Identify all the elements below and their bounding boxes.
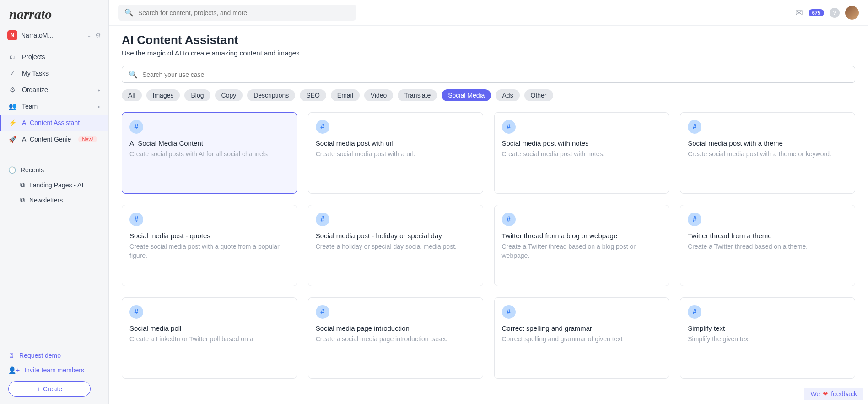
hash-icon: #	[316, 305, 329, 319]
category-pill-email[interactable]: Email	[331, 89, 360, 101]
card-description: Create a LinkedIn or Twitter poll based …	[129, 335, 289, 344]
invite-team-link[interactable]: 👤+ Invite team members	[8, 363, 100, 377]
search-input[interactable]	[138, 9, 350, 16]
usecase-card[interactable]: #Social media page introductionCreate a …	[308, 297, 483, 379]
gear-icon[interactable]: ⚙	[95, 32, 101, 39]
card-title: Social media post with url	[316, 139, 475, 147]
rocket-icon: 🚀	[8, 136, 16, 143]
usecase-search[interactable]: 🔍	[122, 66, 855, 83]
category-pill-ads[interactable]: Ads	[496, 89, 519, 101]
nav-section: 🗂 Projects ✓ My Tasks ⚙ Organize ▸ 👥 Tea…	[0, 45, 108, 151]
card-title: Twitter thread from a blog or webpage	[502, 232, 662, 240]
usecase-card[interactable]: #Social media pollCreate a LinkedIn or T…	[122, 297, 297, 379]
workspace-selector[interactable]: N NarratoM... ⌄ ⚙	[0, 26, 108, 45]
usecase-card[interactable]: #Social media post - holiday or special …	[308, 205, 483, 286]
sidebar-item-ai-content-genie[interactable]: 🚀 AI Content Genie New!	[0, 131, 108, 147]
create-button[interactable]: + Create	[8, 381, 91, 397]
hash-icon: #	[129, 213, 143, 226]
team-icon: 👥	[8, 103, 16, 110]
logo-text: narrato	[9, 6, 52, 22]
logo: narrato	[0, 0, 108, 26]
usecase-card[interactable]: #Correct spelling and grammarCorrect spe…	[494, 297, 669, 379]
bolt-icon: ⚡	[8, 119, 16, 126]
feedback-we: We	[810, 390, 820, 398]
monitor-icon: 🖥	[8, 352, 15, 359]
card-description: Create social media post with notes.	[502, 150, 662, 159]
hash-icon: #	[502, 305, 516, 319]
card-description: Create a Twitter thread based on a theme…	[688, 242, 847, 251]
category-pill-seo[interactable]: SEO	[300, 89, 326, 101]
nav-label: My Tasks	[22, 70, 49, 77]
sidebar-item-my-tasks[interactable]: ✓ My Tasks	[0, 65, 108, 82]
plus-icon: +	[37, 385, 40, 393]
sidebar-item-ai-content-assistant[interactable]: ⚡ AI Content Assistant	[0, 115, 108, 131]
usecase-card[interactable]: #Social media post - quotesCreate social…	[122, 205, 297, 286]
card-title: Social media page introduction	[316, 324, 475, 332]
category-pill-video[interactable]: Video	[364, 89, 394, 101]
hash-icon: #	[129, 120, 143, 134]
chevron-right-icon: ▸	[98, 87, 100, 93]
workspace-badge: N	[7, 30, 17, 40]
main: 🔍 ✉ 675 ? AI Content Assistant Use the m…	[109, 0, 868, 404]
sidebar: narrato N NarratoM... ⌄ ⚙ 🗂 Projects ✓ M…	[0, 0, 109, 404]
usecase-card[interactable]: #Social media post with a themeCreate so…	[680, 112, 855, 194]
cube-icon: ⧉	[20, 196, 25, 204]
recents-header: 🕘 Recents	[0, 163, 108, 177]
card-description: Create a holiday or special day social m…	[316, 242, 475, 251]
category-pill-social-media[interactable]: Social Media	[442, 89, 491, 101]
category-pill-translate[interactable]: Translate	[398, 89, 437, 101]
topbar: 🔍 ✉ 675 ?	[109, 0, 868, 26]
user-plus-icon: 👤+	[8, 366, 20, 374]
feedback-text: feedback	[831, 390, 857, 398]
card-title: AI Social Media Content	[129, 139, 289, 147]
hash-icon: #	[688, 120, 701, 134]
category-pill-images[interactable]: Images	[146, 89, 180, 101]
page-subtitle: Use the magic of AI to create amazing co…	[122, 49, 855, 57]
mail-icon[interactable]: ✉	[795, 7, 803, 18]
usecase-input[interactable]	[142, 71, 848, 78]
sidebar-item-projects[interactable]: 🗂 Projects	[0, 49, 108, 65]
category-filters: AllImagesBlogCopyDescriptionsSEOEmailVid…	[122, 89, 855, 101]
help-icon[interactable]: ?	[830, 8, 840, 18]
card-title: Correct spelling and grammar	[502, 324, 662, 332]
chevron-right-icon: ▸	[98, 104, 100, 109]
card-title: Social media poll	[129, 324, 289, 332]
topbar-right: ✉ 675 ?	[795, 6, 859, 20]
global-search[interactable]: 🔍	[118, 5, 356, 21]
sidebar-item-organize[interactable]: ⚙ Organize ▸	[0, 82, 108, 98]
divider	[0, 154, 108, 154]
clock-icon: 🕘	[8, 166, 16, 174]
hash-icon: #	[316, 213, 329, 226]
recent-label: Newsletters	[29, 197, 63, 204]
request-demo-link[interactable]: 🖥 Request demo	[8, 348, 100, 363]
page-title: AI Content Assistant	[122, 33, 855, 47]
feedback-button[interactable]: We ❤ feedback	[804, 388, 863, 400]
usecase-card[interactable]: #AI Social Media ContentCreate social po…	[122, 112, 297, 194]
category-pill-other[interactable]: Other	[524, 89, 553, 101]
usecase-card[interactable]: #Simplify textSimplify the given text	[680, 297, 855, 379]
hash-icon: #	[688, 213, 701, 226]
recent-label: Landing Pages - AI	[29, 181, 83, 189]
card-title: Simplify text	[688, 324, 847, 332]
sidebar-item-team[interactable]: 👥 Team ▸	[0, 98, 108, 115]
chevron-down-icon[interactable]: ⌄	[87, 32, 92, 38]
usecase-card[interactable]: #Twitter thread from a blog or webpageCr…	[494, 205, 669, 286]
category-pill-all[interactable]: All	[122, 89, 142, 101]
category-pill-descriptions[interactable]: Descriptions	[247, 89, 295, 101]
usecase-card[interactable]: #Social media post with notesCreate soci…	[494, 112, 669, 194]
recents-label: Recents	[21, 166, 44, 174]
hash-icon: #	[688, 305, 701, 319]
avatar[interactable]	[845, 6, 859, 20]
heart-icon: ❤	[823, 390, 828, 398]
usecase-card[interactable]: #Social media post with urlCreate social…	[308, 112, 483, 194]
nav-label: Team	[22, 103, 38, 110]
recent-item[interactable]: ⧉ Landing Pages - AI	[0, 177, 108, 192]
folder-icon: 🗂	[8, 53, 16, 60]
usecase-card[interactable]: #Twitter thread from a themeCreate a Twi…	[680, 205, 855, 286]
category-pill-blog[interactable]: Blog	[184, 89, 210, 101]
card-description: Create a Twitter thread based on a blog …	[502, 242, 662, 260]
category-pill-copy[interactable]: Copy	[215, 89, 243, 101]
recent-item[interactable]: ⧉ Newsletters	[0, 192, 108, 207]
notification-count[interactable]: 675	[809, 9, 824, 16]
search-icon: 🔍	[129, 70, 138, 79]
